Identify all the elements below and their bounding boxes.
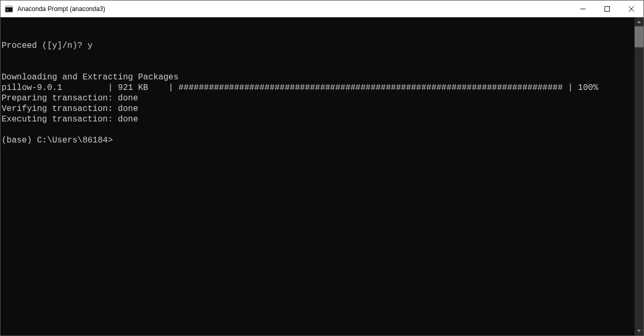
svg-text:>_: >_ — [6, 8, 11, 12]
titlebar-left: >_ Anaconda Prompt (anaconda3) — [1, 1, 105, 17]
svg-marker-8 — [637, 330, 641, 332]
svg-rect-4 — [605, 6, 610, 11]
minimize-button[interactable] — [571, 1, 595, 17]
vertical-scrollbar[interactable] — [635, 17, 643, 335]
scroll-down-button[interactable] — [635, 327, 643, 335]
titlebar[interactable]: >_ Anaconda Prompt (anaconda3) — [1, 1, 643, 17]
svg-rect-1 — [5, 6, 13, 7]
svg-marker-7 — [637, 21, 641, 23]
client-area: Proceed ([y]/n)? y Downloading and Extra… — [1, 17, 643, 335]
scroll-track[interactable] — [635, 26, 643, 327]
close-button[interactable] — [619, 1, 643, 17]
app-icon: >_ — [5, 5, 13, 13]
window-frame: >_ Anaconda Prompt (anaconda3) Proceed (… — [0, 0, 644, 336]
maximize-button[interactable] — [595, 1, 619, 17]
window-controls — [571, 1, 643, 17]
window-title: Anaconda Prompt (anaconda3) — [17, 1, 105, 17]
scroll-thumb[interactable] — [635, 26, 643, 47]
terminal-output[interactable]: Proceed ([y]/n)? y Downloading and Extra… — [1, 17, 635, 335]
scroll-up-button[interactable] — [635, 17, 643, 26]
